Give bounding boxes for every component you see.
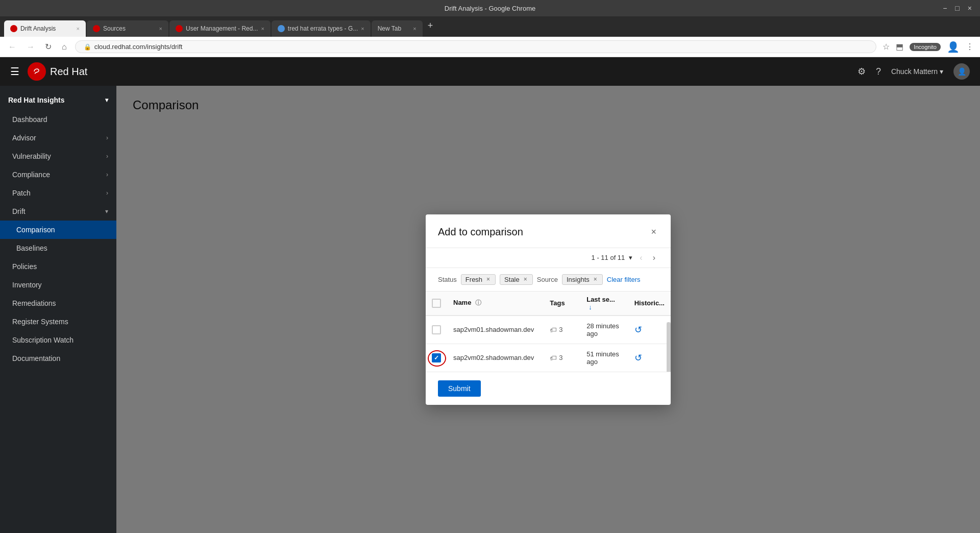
tab-close-2[interactable]: × [159,26,162,32]
sidebar-item-remediations[interactable]: Remediations [0,294,116,312]
row2-tags-cell: 🏷 3 [544,344,580,372]
sidebar-item-vulnerability[interactable]: Vulnerability › [0,147,116,165]
minimize-btn[interactable]: − [943,4,947,12]
tab-errata[interactable]: tred hat errata types - G... × [272,20,371,37]
tab-newtab[interactable]: New Tab × [372,20,423,37]
forward-button[interactable]: → [24,40,37,54]
modal-scrollbar[interactable] [667,322,671,372]
clear-filters-button[interactable]: Clear filters [607,276,641,283]
row2-tags-badge[interactable]: 🏷 3 [550,354,574,362]
header-right: ⚙ ? Chuck Mattern ▾ 👤 [857,63,970,80]
row1-lastseen: 28 minutes ago [586,322,619,337]
row1-historic-icon[interactable]: ↺ [634,325,642,335]
close-btn[interactable]: × [968,4,972,12]
row2-historic-icon[interactable]: ↺ [634,353,642,363]
pagination-next-btn[interactable]: › [650,252,658,263]
sidebar-item-compliance[interactable]: Compliance › [0,165,116,184]
home-button[interactable]: ⌂ [60,40,69,54]
filter-chip-insights-label: Insights [567,276,590,283]
row2-checkbox[interactable] [432,353,441,362]
sidebar-item-policies[interactable]: Policies [0,257,116,276]
filter-chip-stale-remove[interactable]: × [523,276,528,283]
col-header-lastseen[interactable]: Last se... ↓ [580,292,628,316]
tab-label-3: User Management - Red... [186,25,258,32]
col-header-name[interactable]: Name ⓘ [447,292,544,316]
profile-icon[interactable]: 👤 [947,41,960,53]
tab-close-5[interactable]: × [413,26,416,32]
user-menu[interactable]: Chuck Mattern ▾ [891,67,943,76]
new-tab-button[interactable]: + [424,20,437,31]
hamburger-menu[interactable]: ☰ [10,65,19,78]
sidebar-item-subscription-watch[interactable]: Subscription Watch [0,331,116,349]
cast-icon[interactable]: ⬒ [896,42,903,52]
modal-scrollbar-thumb[interactable] [667,322,671,372]
row2-check-cell [426,344,447,372]
svg-point-0 [32,66,42,77]
sidebar-item-comparison[interactable]: Comparison [0,221,116,239]
sidebar-item-dashboard[interactable]: Dashboard [0,110,116,129]
tab-close-3[interactable]: × [261,26,264,32]
submit-button[interactable]: Submit [438,380,481,397]
drift-chevron: ▾ [105,208,108,215]
sidebar-section-redhat-insights[interactable]: Red Hat Insights ▾ [0,90,116,110]
add-to-comparison-modal: Add to comparison × 1 - 11 of 11 ▾ ‹ › S… [426,214,671,405]
sidebar-item-drift[interactable]: Drift ▾ [0,202,116,221]
col-header-tags: Tags [544,292,580,316]
sidebar-item-inventory[interactable]: Inventory [0,276,116,294]
user-name: Chuck Mattern [891,67,938,76]
tab-close-1[interactable]: × [77,26,80,32]
tab-sources[interactable]: Sources × [87,20,168,37]
row2-name: sap2vm02.shadowman.dev [453,354,534,361]
reload-button[interactable]: ↻ [43,40,54,54]
row2-tag-icon: 🏷 [550,354,557,362]
row1-tags-cell: 🏷 3 [544,316,580,344]
sidebar-label-register-systems: Register Systems [12,318,68,326]
col-header-check [426,292,447,316]
filter-chip-insights-remove[interactable]: × [593,276,598,283]
maximize-btn[interactable]: □ [955,4,959,12]
content-area: Comparison Add to comparison × 1 - 11 of… [116,86,980,533]
lastseen-sort-icon: ↓ [589,303,592,311]
filter-chip-fresh-remove[interactable]: × [485,276,491,283]
tab-user-mgmt[interactable]: User Management - Red... × [169,20,271,37]
browser-tabs: Drift Analysis × Sources × User Manageme… [0,16,980,37]
url-bar[interactable]: 🔒 cloud.redhat.com/insights/drift [75,40,877,53]
row2-tag-count: 3 [559,354,562,361]
pagination-prev-btn[interactable]: ‹ [636,252,645,263]
filter-status-label: Status [438,276,457,283]
sidebar-item-register-systems[interactable]: Register Systems [0,312,116,331]
row1-name-cell: sap2vm01.shadowman.dev [447,316,544,344]
redhat-logo: Red Hat [28,62,87,81]
filter-chip-fresh-label: Fresh [465,276,482,283]
sidebar-item-baselines[interactable]: Baselines [0,239,116,257]
row2-checkbox-container [432,353,441,362]
row1-tag-count: 3 [559,326,562,333]
tab-close-4[interactable]: × [361,26,364,32]
sidebar-item-patch[interactable]: Patch › [0,184,116,202]
url-text: cloud.redhat.com/insights/drift [94,43,183,51]
user-avatar[interactable]: 👤 [953,63,970,80]
name-info-icon: ⓘ [475,299,481,306]
menu-icon[interactable]: ⋮ [966,42,974,52]
window-controls[interactable]: − □ × [943,4,972,12]
settings-icon[interactable]: ⚙ [857,66,866,77]
table-container: Name ⓘ Tags Last se... ↓ [426,292,671,372]
back-button[interactable]: ← [6,40,18,54]
sidebar-label-baselines: Baselines [16,244,47,252]
select-all-checkbox[interactable] [432,299,441,308]
row1-checkbox[interactable] [432,325,441,334]
systems-table: Name ⓘ Tags Last se... ↓ [426,292,671,372]
row1-tags-badge[interactable]: 🏷 3 [550,326,574,334]
pagination-dropdown-btn[interactable]: ▾ [629,254,632,261]
filter-source-label: Source [537,276,558,283]
sidebar-label-patch: Patch [12,189,31,197]
bookmark-icon[interactable]: ☆ [883,42,890,52]
sidebar-item-advisor[interactable]: Advisor › [0,129,116,147]
modal-close-button[interactable]: × [649,225,658,239]
sidebar-item-documentation[interactable]: Documentation [0,349,116,368]
vulnerability-chevron: › [106,153,108,160]
lock-icon: 🔒 [84,43,91,51]
help-icon[interactable]: ? [876,66,881,77]
tab-drift-analysis[interactable]: Drift Analysis × [4,20,86,37]
sidebar-label-compliance: Compliance [12,171,50,179]
